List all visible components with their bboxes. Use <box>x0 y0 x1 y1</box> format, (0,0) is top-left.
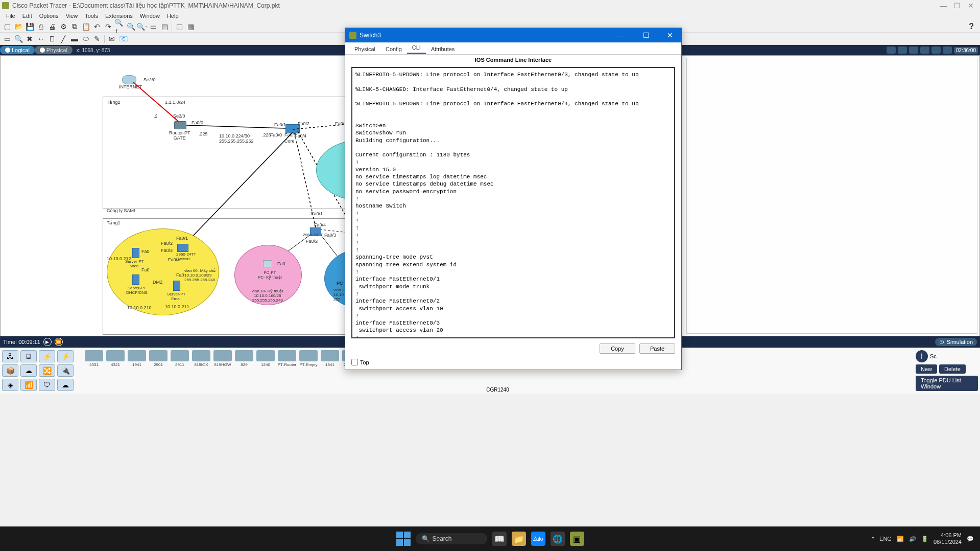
delete-icon[interactable]: ✖ <box>25 34 35 44</box>
taskbar-packet-tracer[interactable]: ▣ <box>570 532 584 546</box>
subcat-security[interactable]: 🛡 <box>39 379 55 391</box>
device-server-web[interactable] <box>132 248 139 258</box>
devwin-close[interactable]: ✕ <box>663 31 677 39</box>
saveas-icon[interactable]: ⎙ <box>36 21 46 32</box>
select-icon[interactable]: ▭ <box>2 34 12 44</box>
menu-view[interactable]: View <box>63 13 81 19</box>
start-button[interactable] <box>396 532 411 546</box>
tray-language[interactable]: ENG <box>879 536 892 542</box>
taskbar-app-1[interactable]: 📖 <box>492 532 507 546</box>
model-819hgw[interactable]: 819HGW <box>212 350 233 367</box>
undo-icon[interactable]: ↶ <box>92 21 102 32</box>
rectangle-icon[interactable]: ▬ <box>69 34 80 44</box>
menu-window[interactable]: Window <box>137 13 163 19</box>
zoom-out-icon[interactable]: 🔍- <box>137 21 147 32</box>
menu-edit[interactable]: Edit <box>19 13 35 19</box>
model-1240[interactable]: 1240 <box>255 350 276 367</box>
model-pt-empty[interactable]: PT-Empty <box>298 350 319 367</box>
redo-icon[interactable]: ↷ <box>103 21 113 32</box>
taskbar-chrome[interactable]: 🌐 <box>551 532 565 546</box>
device-server-email[interactable] <box>173 281 180 291</box>
nav-viewport-icon[interactable] <box>943 47 952 54</box>
ellipse-icon[interactable]: ⬭ <box>81 34 91 44</box>
model-4331[interactable]: 4331 <box>84 350 104 367</box>
tab-config[interactable]: Config <box>380 44 407 54</box>
taskbar-zalo[interactable]: Zalo <box>531 532 545 546</box>
tray-volume-icon[interactable]: 🔊 <box>909 536 916 542</box>
subcat-wireless[interactable]: 📶 <box>20 379 37 391</box>
taskbar-explorer[interactable]: 📁 <box>512 532 526 546</box>
tray-clock[interactable]: 4:06 PM 08/11/2024 <box>934 532 962 545</box>
device-a-icon[interactable]: ▥ <box>174 21 184 32</box>
physical-tab[interactable]: Physical <box>35 46 73 54</box>
top-checkbox[interactable] <box>351 359 358 365</box>
help-icon[interactable]: ? <box>969 22 978 31</box>
simulation-tab[interactable]: ⏲ Simulation <box>935 338 977 346</box>
open-file-icon[interactable]: 📂 <box>13 21 23 32</box>
tray-wifi-icon[interactable]: 📶 <box>897 536 904 542</box>
model-1841[interactable]: 1841 <box>320 350 340 367</box>
model-829[interactable]: 829 <box>234 350 254 367</box>
paste-icon[interactable]: 📋 <box>81 21 91 32</box>
copy-button[interactable]: Copy <box>600 343 635 354</box>
subcat-hubs[interactable]: ◈ <box>2 379 18 391</box>
play-button[interactable]: ▶ <box>43 338 52 346</box>
tray-notifications-icon[interactable]: 💬 <box>967 536 974 542</box>
maximize-button[interactable]: ☐ <box>954 2 961 10</box>
device-server-dhcp[interactable] <box>132 274 139 285</box>
freeform-icon[interactable]: ✎ <box>92 34 102 44</box>
tray-battery-icon[interactable]: 🔋 <box>921 536 928 542</box>
model-2911[interactable]: 2911 <box>170 350 190 367</box>
line-icon[interactable]: ╱ <box>58 34 68 44</box>
resize-icon[interactable]: ↔ <box>36 34 46 44</box>
model-2901[interactable]: 2901 <box>148 350 169 367</box>
zoom-in-icon[interactable]: 🔍+ <box>114 21 125 32</box>
taskbar-search[interactable]: 🔍 Search <box>416 533 487 544</box>
device-b-icon[interactable]: ▦ <box>185 21 196 32</box>
inspect-icon[interactable]: 🔍 <box>13 34 23 44</box>
print-icon[interactable]: 🖨 <box>47 21 57 32</box>
palette-a-icon[interactable]: ▭ <box>148 21 158 32</box>
category-network-devices[interactable]: 🖧 <box>2 350 18 362</box>
cli-terminal[interactable]: %LINEPROTO-5-UPDOWN: Line protocol on In… <box>351 67 675 338</box>
save-icon[interactable]: 💾 <box>25 21 35 32</box>
wizard-icon[interactable]: ⚙ <box>58 21 68 32</box>
menu-options[interactable]: Options <box>36 13 62 19</box>
palette-b-icon[interactable]: ▤ <box>159 21 170 32</box>
zoom-reset-icon[interactable]: 🔍 <box>126 21 136 32</box>
toggle-pdu-list-button[interactable]: Toggle PDU List Window <box>916 376 978 391</box>
close-button[interactable]: ✕ <box>968 2 974 10</box>
category-connections[interactable]: ⚡ <box>57 350 74 362</box>
subcat-routers[interactable]: 🔀 <box>39 364 55 377</box>
category-components[interactable]: ⚡ <box>39 350 55 362</box>
devwin-maximize[interactable]: ☐ <box>639 31 654 39</box>
tab-attributes[interactable]: Attributes <box>426 44 460 54</box>
menu-tools[interactable]: Tools <box>82 13 101 19</box>
scenario-info-icon[interactable]: i <box>916 350 928 362</box>
subcat-wan[interactable]: ☁ <box>57 379 74 391</box>
delete-scenario-button[interactable]: Delete <box>939 364 966 374</box>
tab-physical[interactable]: Physical <box>349 44 380 54</box>
tray-chevron-icon[interactable]: ^ <box>872 536 874 542</box>
nav-back-icon[interactable] <box>887 47 896 54</box>
new-scenario-button[interactable]: New <box>916 364 937 374</box>
devwin-minimize[interactable]: — <box>614 31 630 39</box>
device-pc-kythuat[interactable] <box>263 260 272 267</box>
copy-icon[interactable]: ⧉ <box>69 21 80 32</box>
complex-pdu-icon[interactable]: 📧 <box>118 34 128 44</box>
devwin-titlebar[interactable]: Switch3 — ☐ ✕ <box>345 28 681 42</box>
menu-help[interactable]: Help <box>164 13 182 19</box>
category-end-devices[interactable]: 🖥 <box>20 350 37 362</box>
device-switch2[interactable] <box>177 244 188 252</box>
fast-forward-button[interactable]: ⏩ <box>55 338 63 346</box>
model-4321[interactable]: 4321 <box>105 350 126 367</box>
device-internet-cloud[interactable] <box>122 75 136 84</box>
device-router-gate[interactable] <box>174 121 186 129</box>
logical-tab[interactable]: Logical <box>0 46 35 54</box>
new-file-icon[interactable]: ▢ <box>2 21 12 32</box>
simple-pdu-icon[interactable]: ✉ <box>107 34 117 44</box>
category-misc[interactable]: 📦 <box>2 364 18 377</box>
nav-new-cluster-icon[interactable] <box>909 47 918 54</box>
tab-cli[interactable]: CLI <box>407 42 426 54</box>
model-819iox[interactable]: 819IOX <box>191 350 211 367</box>
